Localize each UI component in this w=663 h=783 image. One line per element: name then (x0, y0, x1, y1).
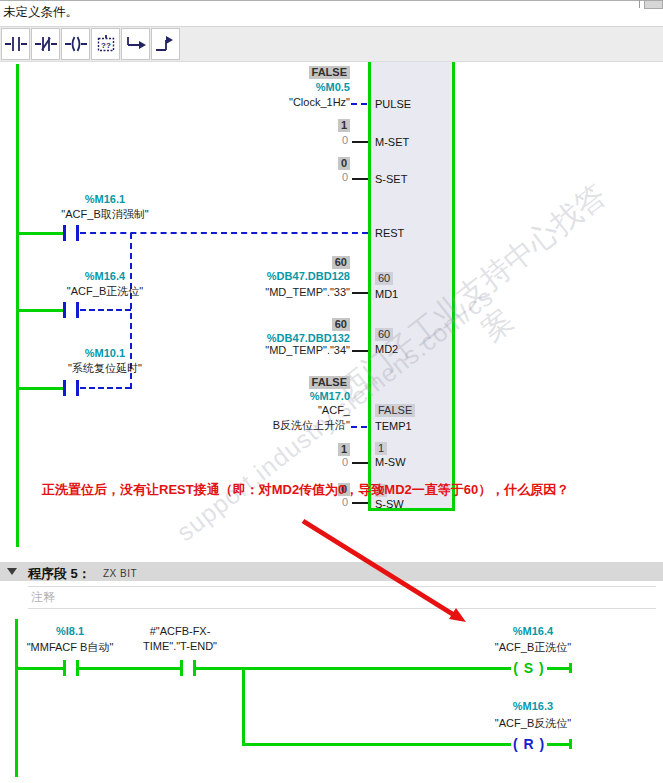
wire-n5-seg6 (547, 743, 570, 746)
n5-coil-s-address[interactable]: %M16.4 (468, 625, 598, 637)
pin-monitor-temp1: FALSE (375, 404, 415, 417)
operand-value-mset[interactable]: 0 (342, 134, 348, 146)
normally-closed-contact-icon (34, 34, 58, 54)
operand-symbol-md2[interactable]: "MD_TEMP"."34" (265, 344, 350, 356)
wire-contact3-out (80, 387, 131, 389)
watch-value-pulse: FALSE (309, 66, 350, 79)
pin-monitor-md1: 60 (375, 272, 393, 285)
n5-contact1-left-bar[interactable] (63, 660, 66, 676)
empty-box-icon: ?? (94, 34, 118, 54)
operand-value-msw[interactable]: 0 (342, 456, 348, 468)
wire-md2 (352, 350, 368, 352)
wire-contact3-in (19, 387, 63, 390)
window-top-border (0, 0, 663, 1)
network5-subtitle: ZX BIT (103, 568, 137, 579)
wire-n5-end-tick2 (569, 739, 572, 749)
pin-monitor-md2: 60 (375, 328, 393, 341)
pin-monitor-msw: 1 (375, 442, 387, 455)
operand-address-temp1[interactable]: %M17.0 (310, 390, 350, 402)
normally-open-contact-icon (4, 34, 28, 54)
watch-value-mset: 1 (338, 119, 350, 132)
reset-coil[interactable]: ( R ) (509, 736, 549, 752)
set-coil[interactable]: ( S ) (509, 660, 549, 676)
pin-label-md1: MD1 (375, 288, 398, 300)
wire-contact1-in (19, 232, 63, 235)
operand-symbol-md1[interactable]: "MD_TEMP"."33" (265, 286, 350, 298)
lad-editor-screenshot: 未定义条件。 ?? (0, 0, 663, 783)
wire-contact2-out (80, 309, 131, 311)
n5-contact2-address-line2[interactable]: TIME"."T-END" (125, 640, 235, 652)
contact3-left-bar[interactable] (63, 380, 66, 396)
pin-label-temp1: TEMP1 (375, 420, 412, 432)
coil-button[interactable] (61, 28, 90, 60)
operand-address-md2[interactable]: %DB47.DBD132 (267, 332, 350, 344)
wire-n5-seg1 (17, 667, 63, 670)
operand-symbol-temp1-line1[interactable]: "ACF_ (318, 404, 350, 416)
network5-title: 程序段 5： (28, 565, 91, 583)
wire-mset (352, 141, 368, 143)
close-branch-button[interactable] (151, 28, 180, 60)
coil-icon (64, 34, 88, 54)
close-branch-icon (154, 34, 178, 54)
watch-value-temp1: FALSE (309, 376, 350, 389)
watch-value-sset: 0 (338, 157, 350, 170)
network5-comment-field[interactable]: 注释 (31, 589, 55, 606)
n5-coil-r-symbol[interactable]: "ACF_B反洗位" (468, 716, 598, 731)
scrollbar-thumb[interactable] (644, 0, 663, 9)
collapse-triangle-icon[interactable] (7, 568, 17, 575)
n5-contact1-symbol[interactable]: "MMFACF B自动" (0, 640, 140, 655)
svg-text:??: ?? (101, 41, 111, 50)
pin-label-ssw: S-SW (375, 498, 404, 510)
wire-pulse (351, 103, 367, 105)
wire-sset (352, 178, 368, 180)
operand-symbol-pulse[interactable]: "Clock_1Hz" (289, 96, 350, 108)
n5-contact1-address[interactable]: %I8.1 (25, 625, 115, 637)
annotation-text: 正洗置位后，没有让REST接通（即：对MD2传值为0，导致MD2一直等于60），… (42, 481, 569, 499)
watch-value-md2: 60 (332, 318, 350, 331)
wire-n5-seg4 (547, 667, 570, 670)
operand-symbol-temp1-line2[interactable]: B反洗位上升沿" (273, 418, 350, 433)
pin-label-md2: MD2 (375, 343, 398, 355)
operand-value-sset[interactable]: 0 (342, 171, 348, 183)
contact-symbol-m10-1[interactable]: "系统复位延时" (40, 361, 170, 376)
watch-value-md1: 60 (332, 256, 350, 269)
contact-symbol-m16-4[interactable]: "ACF_B正洗位" (40, 284, 170, 299)
power-rail-network4 (16, 64, 19, 547)
wire-md1 (352, 292, 368, 294)
open-branch-icon (124, 34, 148, 54)
comment-divider-bottom (28, 608, 656, 609)
n5-coil-s-symbol[interactable]: "ACF_B正洗位" (468, 640, 598, 655)
wire-temp1 (351, 426, 367, 428)
contact-address-m16-4[interactable]: %M16.4 (40, 270, 170, 282)
n5-contact2-address-line1[interactable]: #"ACFB-FX- (130, 625, 230, 637)
operand-address-md1[interactable]: %DB47.DBD128 (267, 270, 350, 282)
normally-closed-contact-button[interactable] (31, 28, 60, 60)
empty-box-button[interactable]: ?? (91, 28, 120, 60)
wire-n5-seg5 (245, 743, 511, 746)
pin-label-msw: M-SW (375, 456, 406, 468)
wire-ssw (352, 502, 368, 504)
pin-label-mset: M-SET (375, 136, 409, 148)
contact-address-m10-1[interactable]: %M10.1 (40, 347, 170, 359)
n5-contact2-left-bar[interactable] (180, 660, 183, 676)
wire-n5-seg2 (79, 667, 180, 670)
wire-msw (352, 462, 368, 464)
contact-address-m16-1[interactable]: %M16.1 (40, 193, 170, 205)
n5-coil-r-address[interactable]: %M16.3 (468, 700, 598, 712)
wire-n5-end-tick1 (569, 663, 572, 673)
wire-n5-branch (242, 667, 245, 746)
watch-value-msw: 1 (338, 443, 350, 456)
contact3-right-bar[interactable] (76, 380, 79, 396)
lad-instruction-toolbar: ?? (0, 26, 663, 62)
contact2-left-bar[interactable] (63, 302, 66, 318)
contact2-right-bar[interactable] (76, 302, 79, 318)
contact1-right-bar[interactable] (76, 225, 79, 241)
contact1-left-bar[interactable] (63, 225, 66, 241)
open-branch-button[interactable] (121, 28, 150, 60)
operand-address-pulse[interactable]: %M0.5 (316, 81, 350, 93)
pin-label-rest: REST (375, 227, 404, 239)
normally-open-contact-button[interactable] (1, 28, 30, 60)
scrollbar-divider (639, 0, 640, 8)
contact-symbol-m16-1[interactable]: "ACF_B取消强制" (40, 207, 170, 222)
network5-header-bar[interactable] (0, 562, 663, 581)
